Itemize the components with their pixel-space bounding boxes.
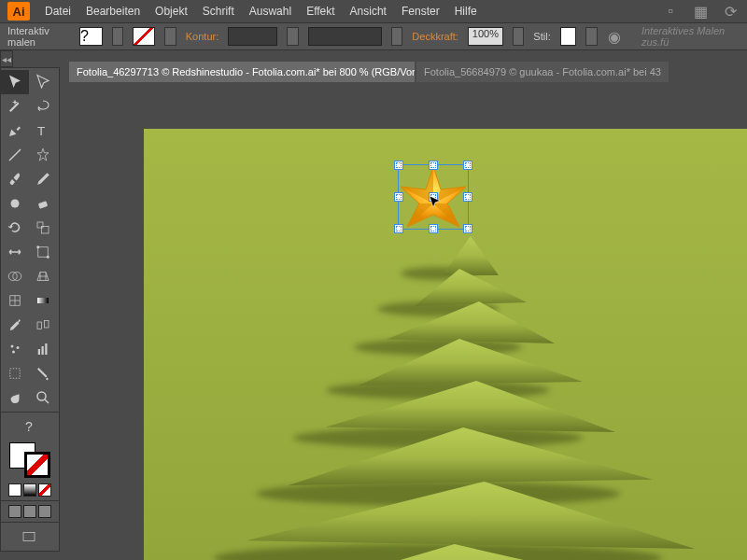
color-mode-solid[interactable] xyxy=(8,483,21,497)
direct-selection-tool[interactable] xyxy=(29,70,57,94)
menu-type[interactable]: Schrift xyxy=(203,5,234,18)
color-mode-gradient[interactable] xyxy=(23,483,36,497)
style-label: Stil: xyxy=(533,31,550,42)
draw-normal[interactable] xyxy=(8,505,21,518)
disabled-hint: Interaktives Malen zus.fü xyxy=(641,25,740,48)
lasso-tool[interactable] xyxy=(29,94,57,119)
stroke-weight-field[interactable] xyxy=(228,27,277,46)
selection-handle-se[interactable] xyxy=(463,224,472,233)
zoom-tool[interactable] xyxy=(29,385,57,410)
stroke-weight-dropdown[interactable] xyxy=(287,27,298,46)
fill-stroke-control[interactable] xyxy=(9,442,50,478)
stroke-swatch[interactable] xyxy=(133,27,155,46)
hand-tool[interactable] xyxy=(1,385,29,410)
app-icon: Ai xyxy=(7,2,30,21)
bridge-icon[interactable]: ▫ xyxy=(661,4,680,19)
tool-name-label: Interaktiv malen xyxy=(7,25,70,48)
shape-builder-tool[interactable] xyxy=(1,264,29,288)
selection-handle-w[interactable] xyxy=(394,192,403,202)
pencil-tool[interactable] xyxy=(29,167,57,191)
style-dropdown[interactable] xyxy=(585,27,597,46)
selection-handle-nw[interactable] xyxy=(394,161,403,170)
rotate-tool[interactable] xyxy=(1,216,29,240)
color-mode-none[interactable] xyxy=(38,483,51,497)
selection-handle-ne[interactable] xyxy=(463,161,472,170)
svg-rect-23 xyxy=(10,369,21,379)
tab-active[interactable]: Fotolia_46297713 © Redshinestudio - Foto… xyxy=(69,62,415,82)
svg-rect-14 xyxy=(37,298,49,303)
svg-point-7 xyxy=(36,245,39,248)
artboard: D-Tutorials.de xyxy=(144,129,747,560)
draw-inside[interactable] xyxy=(38,505,51,518)
eraser-tool[interactable] xyxy=(29,191,57,216)
menu-select[interactable]: Auswahl xyxy=(249,5,291,18)
recolor-icon[interactable]: ◉ xyxy=(607,29,623,44)
options-bar: Interaktiv malen ? Kontur: Deckkraft: 10… xyxy=(0,22,747,50)
svg-point-19 xyxy=(12,351,15,354)
svg-rect-6 xyxy=(38,247,49,258)
arrange-icon[interactable]: ▦ xyxy=(691,4,710,19)
menu-view[interactable]: Ansicht xyxy=(350,5,387,18)
gradient-tool[interactable] xyxy=(29,288,57,313)
draw-behind[interactable] xyxy=(23,505,36,518)
star-selected-object[interactable] xyxy=(387,157,480,250)
menu-object[interactable]: Objekt xyxy=(155,5,188,18)
canvas-area[interactable]: D-Tutorials.de xyxy=(69,82,747,560)
svg-rect-22 xyxy=(45,343,47,355)
svg-rect-21 xyxy=(42,346,44,355)
selection-handle-e[interactable] xyxy=(463,192,472,202)
svg-line-25 xyxy=(45,399,49,403)
brush-dropdown[interactable] xyxy=(391,27,402,46)
fill-dropdown[interactable] xyxy=(112,27,123,46)
tab-title: Fotolia_56684979 © guukaa - Fotolia.com.… xyxy=(424,66,661,77)
selection-handle-n[interactable] xyxy=(429,161,438,170)
stroke-dropdown[interactable] xyxy=(164,27,176,46)
blob-brush-tool[interactable] xyxy=(1,191,29,216)
tab-inactive[interactable]: Fotolia_56684979 © guukaa - Fotolia.com.… xyxy=(416,62,669,82)
selection-handle-s[interactable] xyxy=(429,224,438,233)
fill-swatch[interactable]: ? xyxy=(79,27,102,46)
line-tool[interactable] xyxy=(1,143,29,167)
selection-tool[interactable] xyxy=(1,70,29,94)
slice-tool[interactable] xyxy=(29,361,57,385)
svg-rect-26 xyxy=(23,533,35,541)
blend-tool[interactable] xyxy=(29,313,57,337)
svg-rect-20 xyxy=(38,349,40,355)
menu-help[interactable]: Hilfe xyxy=(455,5,477,18)
menu-effect[interactable]: Effekt xyxy=(306,5,334,18)
opacity-dropdown[interactable] xyxy=(513,27,524,46)
scale-tool[interactable] xyxy=(29,216,57,240)
svg-point-24 xyxy=(37,392,46,400)
opacity-field[interactable]: 100% xyxy=(468,27,503,46)
tab-title: Fotolia_46297713 © Redshinestudio - Foto… xyxy=(77,66,415,77)
star-tool[interactable] xyxy=(29,143,57,167)
mesh-tool[interactable] xyxy=(1,288,29,313)
stroke-label: Kontur: xyxy=(186,31,218,42)
paintbrush-tool[interactable] xyxy=(1,167,29,191)
stroke-color-box[interactable] xyxy=(24,452,50,478)
panel-collapse-toggle[interactable]: ◂◂ xyxy=(0,50,13,67)
search-icon[interactable]: ⟳ xyxy=(721,4,740,19)
pen-tool[interactable] xyxy=(1,119,29,143)
style-swatch[interactable] xyxy=(560,27,577,46)
free-transform-tool[interactable] xyxy=(29,240,57,264)
menu-window[interactable]: Fenster xyxy=(402,5,440,18)
symbol-sprayer-tool[interactable] xyxy=(1,337,29,361)
magic-wand-tool[interactable] xyxy=(1,94,29,119)
tools-panel: T ? xyxy=(0,67,60,552)
width-tool[interactable] xyxy=(1,240,29,264)
selection-handle-sw[interactable] xyxy=(394,224,403,233)
menu-edit[interactable]: Bearbeiten xyxy=(86,5,140,18)
svg-text:T: T xyxy=(37,124,45,138)
svg-rect-15 xyxy=(37,322,42,329)
perspective-grid-tool[interactable] xyxy=(29,264,57,288)
eyedropper-tool[interactable] xyxy=(1,313,29,337)
screen-mode-button[interactable] xyxy=(1,525,57,549)
artboard-tool[interactable] xyxy=(1,361,29,385)
svg-rect-16 xyxy=(45,321,49,329)
menu-file[interactable]: Datei xyxy=(45,5,71,18)
svg-point-18 xyxy=(17,346,20,349)
column-graph-tool[interactable] xyxy=(29,337,57,361)
type-tool[interactable]: T xyxy=(29,119,57,143)
brush-field[interactable] xyxy=(308,27,382,46)
